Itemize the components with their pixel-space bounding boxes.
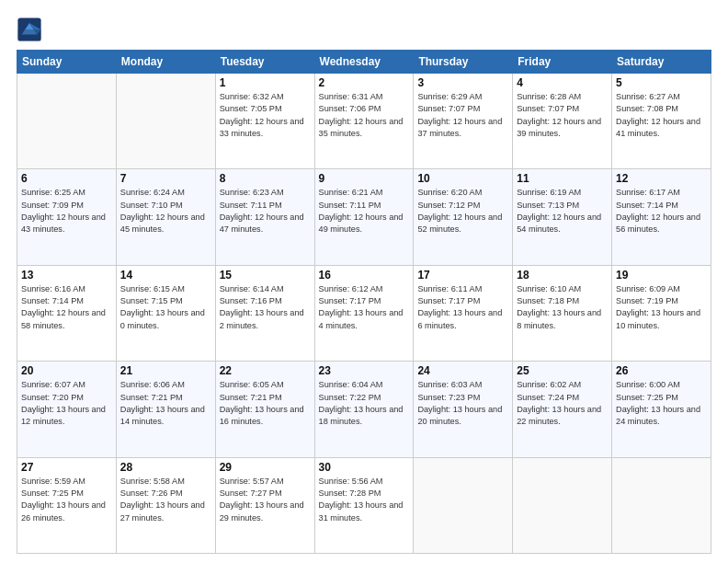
day-info: Sunrise: 6:02 AM Sunset: 7:24 PM Dayligh…	[517, 379, 608, 428]
day-info: Sunrise: 6:09 AM Sunset: 7:19 PM Dayligh…	[616, 283, 707, 332]
day-number: 8	[220, 172, 311, 185]
day-number: 20	[21, 364, 112, 377]
header	[17, 17, 711, 42]
calendar-cell: 21Sunrise: 6:06 AM Sunset: 7:21 PM Dayli…	[116, 362, 215, 457]
weekday-header-thursday: Thursday	[414, 51, 513, 74]
weekday-header-sunday: Sunday	[17, 51, 117, 74]
day-number: 17	[417, 269, 508, 282]
calendar-cell: 10Sunrise: 6:20 AM Sunset: 7:12 PM Dayli…	[414, 169, 513, 265]
day-number: 6	[21, 172, 112, 185]
calendar-cell: 8Sunrise: 6:23 AM Sunset: 7:11 PM Daylig…	[215, 169, 314, 265]
day-info: Sunrise: 6:16 AM Sunset: 7:14 PM Dayligh…	[21, 283, 112, 332]
day-number: 18	[517, 269, 608, 282]
calendar-cell: 25Sunrise: 6:02 AM Sunset: 7:24 PM Dayli…	[513, 362, 612, 457]
calendar-cell: 16Sunrise: 6:12 AM Sunset: 7:17 PM Dayli…	[314, 265, 414, 361]
day-number: 25	[517, 364, 608, 377]
week-row-5: 27Sunrise: 5:59 AM Sunset: 7:25 PM Dayli…	[17, 457, 711, 553]
day-number: 12	[616, 172, 707, 185]
day-number: 2	[319, 76, 410, 89]
day-info: Sunrise: 6:28 AM Sunset: 7:07 PM Dayligh…	[517, 91, 608, 140]
day-number: 14	[120, 269, 211, 282]
day-info: Sunrise: 6:17 AM Sunset: 7:14 PM Dayligh…	[616, 187, 707, 236]
calendar-cell: 27Sunrise: 5:59 AM Sunset: 7:25 PM Dayli…	[17, 457, 117, 553]
calendar-table: SundayMondayTuesdayWednesdayThursdayFrid…	[17, 50, 711, 554]
day-number: 1	[220, 76, 311, 89]
day-info: Sunrise: 6:15 AM Sunset: 7:15 PM Dayligh…	[120, 283, 211, 332]
day-info: Sunrise: 6:29 AM Sunset: 7:07 PM Dayligh…	[417, 91, 508, 140]
calendar-cell: 4Sunrise: 6:28 AM Sunset: 7:07 PM Daylig…	[513, 74, 612, 169]
calendar-cell: 2Sunrise: 6:31 AM Sunset: 7:06 PM Daylig…	[314, 74, 414, 169]
day-info: Sunrise: 5:56 AM Sunset: 7:28 PM Dayligh…	[319, 476, 410, 524]
day-number: 23	[319, 364, 410, 377]
day-info: Sunrise: 6:19 AM Sunset: 7:13 PM Dayligh…	[517, 187, 608, 236]
calendar-cell: 30Sunrise: 5:56 AM Sunset: 7:28 PM Dayli…	[314, 457, 414, 553]
day-info: Sunrise: 5:57 AM Sunset: 7:27 PM Dayligh…	[220, 476, 311, 524]
day-info: Sunrise: 6:05 AM Sunset: 7:21 PM Dayligh…	[220, 379, 311, 428]
day-info: Sunrise: 5:59 AM Sunset: 7:25 PM Dayligh…	[21, 476, 112, 524]
day-number: 29	[220, 461, 311, 474]
calendar-cell: 5Sunrise: 6:27 AM Sunset: 7:08 PM Daylig…	[612, 74, 711, 169]
day-number: 21	[120, 364, 211, 377]
day-info: Sunrise: 6:20 AM Sunset: 7:12 PM Dayligh…	[417, 187, 508, 236]
weekday-header-wednesday: Wednesday	[314, 51, 414, 74]
day-info: Sunrise: 6:00 AM Sunset: 7:25 PM Dayligh…	[616, 379, 707, 428]
day-number: 22	[220, 364, 311, 377]
calendar-cell: 12Sunrise: 6:17 AM Sunset: 7:14 PM Dayli…	[612, 169, 711, 265]
week-row-3: 13Sunrise: 6:16 AM Sunset: 7:14 PM Dayli…	[17, 265, 711, 361]
day-info: Sunrise: 6:03 AM Sunset: 7:23 PM Dayligh…	[417, 379, 508, 428]
calendar-cell: 3Sunrise: 6:29 AM Sunset: 7:07 PM Daylig…	[414, 74, 513, 169]
calendar-cell: 6Sunrise: 6:25 AM Sunset: 7:09 PM Daylig…	[17, 169, 117, 265]
calendar-cell: 20Sunrise: 6:07 AM Sunset: 7:20 PM Dayli…	[17, 362, 117, 457]
day-number: 9	[319, 172, 410, 185]
calendar-cell: 28Sunrise: 5:58 AM Sunset: 7:26 PM Dayli…	[116, 457, 215, 553]
calendar-cell: 9Sunrise: 6:21 AM Sunset: 7:11 PM Daylig…	[314, 169, 414, 265]
day-info: Sunrise: 6:14 AM Sunset: 7:16 PM Dayligh…	[220, 283, 311, 332]
calendar-cell	[414, 457, 513, 553]
weekday-header-tuesday: Tuesday	[215, 51, 314, 74]
day-number: 5	[616, 76, 707, 89]
calendar-cell: 22Sunrise: 6:05 AM Sunset: 7:21 PM Dayli…	[215, 362, 314, 457]
day-info: Sunrise: 6:04 AM Sunset: 7:22 PM Dayligh…	[319, 379, 410, 428]
calendar-cell: 17Sunrise: 6:11 AM Sunset: 7:17 PM Dayli…	[414, 265, 513, 361]
calendar-cell: 19Sunrise: 6:09 AM Sunset: 7:19 PM Dayli…	[612, 265, 711, 361]
day-number: 28	[120, 461, 211, 474]
day-info: Sunrise: 6:24 AM Sunset: 7:10 PM Dayligh…	[120, 187, 211, 236]
calendar-cell	[612, 457, 711, 553]
day-info: Sunrise: 6:07 AM Sunset: 7:20 PM Dayligh…	[21, 379, 112, 428]
day-number: 27	[21, 461, 112, 474]
day-number: 16	[319, 269, 410, 282]
day-info: Sunrise: 6:21 AM Sunset: 7:11 PM Dayligh…	[319, 187, 410, 236]
calendar-cell: 29Sunrise: 5:57 AM Sunset: 7:27 PM Dayli…	[215, 457, 314, 553]
calendar-cell: 7Sunrise: 6:24 AM Sunset: 7:10 PM Daylig…	[116, 169, 215, 265]
calendar-cell: 26Sunrise: 6:00 AM Sunset: 7:25 PM Dayli…	[612, 362, 711, 457]
day-info: Sunrise: 6:32 AM Sunset: 7:05 PM Dayligh…	[220, 91, 311, 140]
day-info: Sunrise: 6:25 AM Sunset: 7:09 PM Dayligh…	[21, 187, 112, 236]
day-info: Sunrise: 6:11 AM Sunset: 7:17 PM Dayligh…	[417, 283, 508, 332]
calendar-cell	[116, 74, 215, 169]
day-number: 24	[417, 364, 508, 377]
day-info: Sunrise: 5:58 AM Sunset: 7:26 PM Dayligh…	[120, 476, 211, 524]
calendar-cell: 24Sunrise: 6:03 AM Sunset: 7:23 PM Dayli…	[414, 362, 513, 457]
weekday-header-saturday: Saturday	[612, 51, 711, 74]
day-number: 26	[616, 364, 707, 377]
logo-icon	[17, 17, 42, 42]
calendar-cell: 1Sunrise: 6:32 AM Sunset: 7:05 PM Daylig…	[215, 74, 314, 169]
calendar-cell: 11Sunrise: 6:19 AM Sunset: 7:13 PM Dayli…	[513, 169, 612, 265]
day-number: 11	[517, 172, 608, 185]
day-info: Sunrise: 6:12 AM Sunset: 7:17 PM Dayligh…	[319, 283, 410, 332]
day-info: Sunrise: 6:23 AM Sunset: 7:11 PM Dayligh…	[220, 187, 311, 236]
day-number: 13	[21, 269, 112, 282]
day-number: 15	[220, 269, 311, 282]
day-number: 30	[319, 461, 410, 474]
day-number: 4	[517, 76, 608, 89]
svg-rect-3	[17, 29, 40, 41]
weekday-header-row: SundayMondayTuesdayWednesdayThursdayFrid…	[17, 51, 711, 74]
calendar-cell	[513, 457, 612, 553]
calendar-cell: 15Sunrise: 6:14 AM Sunset: 7:16 PM Dayli…	[215, 265, 314, 361]
calendar-cell: 23Sunrise: 6:04 AM Sunset: 7:22 PM Dayli…	[314, 362, 414, 457]
day-info: Sunrise: 6:27 AM Sunset: 7:08 PM Dayligh…	[616, 91, 707, 140]
logo	[17, 17, 46, 42]
weekday-header-monday: Monday	[116, 51, 215, 74]
week-row-4: 20Sunrise: 6:07 AM Sunset: 7:20 PM Dayli…	[17, 362, 711, 457]
day-info: Sunrise: 6:31 AM Sunset: 7:06 PM Dayligh…	[319, 91, 410, 140]
